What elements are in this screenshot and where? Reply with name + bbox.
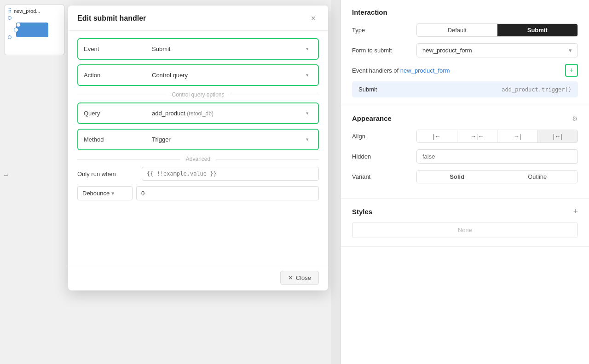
event-label: Event [84, 46, 148, 52]
only-run-input[interactable] [142, 167, 319, 181]
styles-title: Styles [352, 208, 372, 216]
align-right-button[interactable]: →| [497, 130, 538, 142]
query-select[interactable]: add_product (retool_db) ▾ [148, 108, 312, 119]
type-default-button[interactable]: Default [417, 24, 497, 36]
align-left-button[interactable]: |← [417, 130, 457, 142]
action-chevron-icon: ▾ [306, 72, 309, 78]
variant-row: Variant Solid Outline [352, 170, 578, 183]
debounce-row: Debounce ▾ [77, 186, 319, 200]
advanced-divider-line-left [77, 159, 180, 159]
event-select[interactable]: Submit ▾ [148, 44, 312, 54]
method-chevron-icon: ▾ [306, 136, 309, 142]
type-control: Default Submit [416, 23, 578, 37]
modal-body: Event Submit ▾ Action Control query ▾ Co… [68, 31, 328, 265]
variant-outline-button[interactable]: Outline [497, 171, 578, 183]
close-icon: ✕ [288, 274, 293, 281]
debounce-input[interactable] [136, 186, 319, 200]
variant-toggle: Solid Outline [416, 170, 578, 183]
method-label: Method [84, 136, 148, 143]
align-stretch-button[interactable]: |↔| [538, 130, 578, 142]
handler-action-label: add_product.trigger() [502, 86, 572, 93]
variant-control: Solid Outline [416, 170, 578, 183]
event-handlers-link[interactable]: new_product_form [400, 67, 450, 74]
hidden-control [416, 149, 578, 164]
hidden-input[interactable] [416, 149, 578, 164]
type-row: Type Default Submit [352, 23, 578, 37]
align-group: |← →|← →| |↔| [416, 130, 578, 143]
advanced-divider-line-right [216, 159, 319, 159]
modal-close-button[interactable]: × [308, 13, 319, 24]
styles-header: Styles + [352, 207, 578, 216]
debounce-select[interactable]: Debounce ▾ [77, 186, 133, 200]
action-select[interactable]: Control query ▾ [148, 70, 312, 80]
styles-add-button[interactable]: + [573, 207, 578, 216]
type-submit-button[interactable]: Submit [497, 24, 578, 36]
query-chevron-icon: ▾ [306, 110, 309, 116]
handler-event-label: Submit [358, 86, 395, 93]
handler-row[interactable]: Submit add_product.trigger() [352, 81, 578, 97]
hidden-row: Hidden [352, 149, 578, 164]
form-to-submit-label: Form to submit [352, 47, 416, 54]
interaction-section: Interaction Type Default Submit Form to … [341, 0, 589, 106]
settings-icon[interactable]: ⚙ [572, 115, 578, 122]
appearance-title: Appearance [352, 114, 392, 122]
align-center-button[interactable]: →|← [457, 130, 498, 142]
styles-none-button[interactable]: None [352, 222, 578, 238]
advanced-divider: Advanced [77, 156, 319, 162]
only-run-label: Only run when [77, 171, 142, 177]
component-label: ⠿ new_prod... [8, 8, 40, 14]
event-handlers-section: Event handlers of new_product_form + Sub… [352, 64, 578, 97]
modal-footer: ✕ Close [68, 265, 328, 290]
event-handlers-label: Event handlers of new_product_form [352, 67, 450, 74]
only-run-row: Only run when [77, 167, 319, 181]
appearance-header: Appearance ⚙ [352, 114, 578, 122]
styles-section: Styles + None [341, 199, 589, 247]
variant-solid-button[interactable]: Solid [417, 171, 497, 183]
divider-line-right [230, 95, 319, 95]
edit-submit-handler-modal: Edit submit handler × Event Submit ▾ Act… [68, 6, 328, 290]
hidden-label: Hidden [352, 153, 416, 160]
query-row: Query add_product (retool_db) ▾ [77, 102, 319, 124]
form-to-submit-select[interactable]: new_product_form ▾ [416, 43, 578, 57]
cq-options-label: Control query options [172, 91, 224, 98]
form-to-submit-row: Form to submit new_product_form ▾ [352, 43, 578, 57]
action-row: Action Control query ▾ [77, 64, 319, 86]
debounce-chevron-icon: ▾ [111, 190, 115, 197]
modal-title: Edit submit handler [77, 14, 146, 23]
component-button [16, 23, 48, 37]
form-to-submit-control: new_product_form ▾ [416, 43, 578, 57]
event-row: Event Submit ▾ [77, 38, 319, 60]
action-label: Action [84, 72, 148, 79]
interaction-title: Interaction [352, 8, 578, 16]
type-label: Type [352, 27, 416, 34]
left-label: t [3, 175, 9, 176]
form-select-chevron-icon: ▾ [569, 47, 572, 54]
add-handler-button[interactable]: + [565, 64, 578, 77]
event-handlers-header: Event handlers of new_product_form + [352, 64, 578, 77]
component-preview: ⠿ new_prod... [5, 5, 64, 55]
query-label: Query [84, 110, 148, 117]
align-row: Align |← →|← →| |↔| [352, 130, 578, 143]
grid-icon: ⠿ [8, 8, 12, 14]
advanced-label: Advanced [186, 156, 210, 162]
method-row: Method Trigger ▾ [77, 129, 319, 150]
type-toggle: Default Submit [416, 23, 578, 37]
align-control: |← →|← →| |↔| [416, 130, 578, 143]
right-panel: Interaction Type Default Submit Form to … [341, 0, 589, 364]
appearance-section: Appearance ⚙ Align |← →|← →| |↔| Hidden [341, 106, 589, 199]
method-select[interactable]: Trigger ▾ [148, 134, 312, 145]
variant-label: Variant [352, 173, 416, 180]
align-label: Align [352, 133, 416, 140]
close-button[interactable]: ✕ Close [280, 271, 319, 285]
event-chevron-icon: ▾ [306, 46, 309, 52]
divider-line-left [77, 95, 166, 95]
cq-options-divider: Control query options [77, 91, 319, 98]
modal-header: Edit submit handler × [68, 6, 328, 31]
